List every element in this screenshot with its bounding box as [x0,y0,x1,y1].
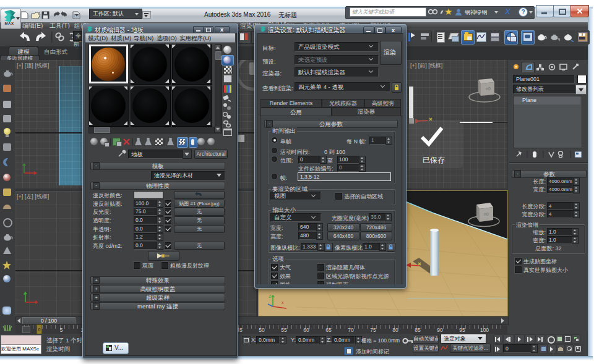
svg-text:Z: Z [24,291,27,295]
svg-text:x: x [282,300,284,305]
svg-text:Z: Z [269,294,272,298]
svg-text:n0: n0 [484,212,489,216]
svg-text:n0: n0 [486,87,491,91]
